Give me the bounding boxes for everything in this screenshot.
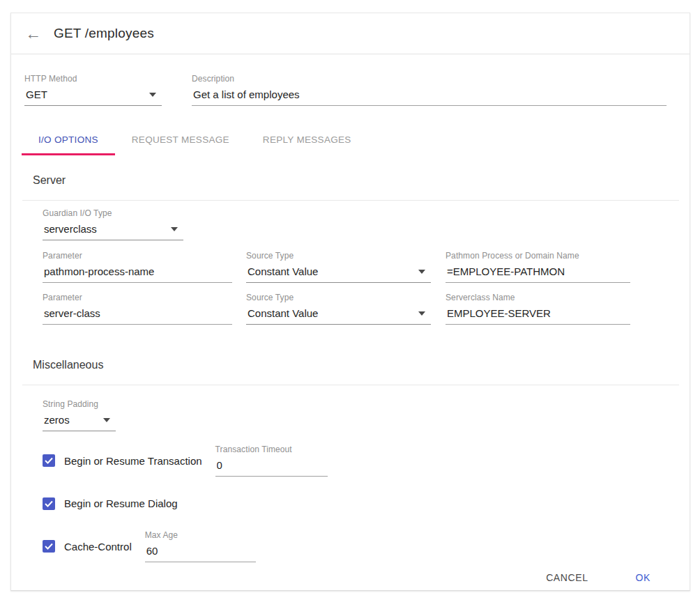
tab-io-options[interactable]: I/O OPTIONS [22,124,115,155]
ok-button[interactable]: OK [625,565,662,590]
source-type-select[interactable]: Source Type Constant Value [246,251,431,283]
serverclass-name-input[interactable] [446,307,630,325]
checkbox-label: Cache-Control [64,541,132,553]
max-age-label: Max Age [145,530,256,540]
dropdown-arrow-icon [418,270,425,274]
checkmark-icon [45,500,53,507]
parameter-field: Parameter [43,251,232,283]
parameter-field: Parameter [43,293,232,325]
endpoint-dialog: ← GET /employees HTTP Method GET Descrip… [10,13,690,591]
transaction-timeout-input[interactable] [215,459,328,477]
dialog-actions: CANCEL OK [11,565,690,602]
guardian-io-type-value: serverclass [44,223,97,235]
checkmark-icon [45,457,53,464]
dropdown-arrow-icon [149,93,156,97]
parameter-label: Parameter [43,293,232,302]
source-type-value: Constant Value [248,307,318,319]
checkbox-row: Begin or Resume Dialog [43,488,658,518]
page-title: GET /employees [54,26,154,41]
description-input[interactable] [192,88,667,106]
serverclass-name-label: Serverclass Name [446,293,630,302]
top-fields-row: HTTP Method GET Description [11,54,690,106]
dropdown-arrow-icon [171,227,178,231]
string-padding-label: String Padding [43,399,116,409]
source-type-label: Source Type [246,293,431,302]
tab-request-message[interactable]: REQUEST MESSAGE [115,124,246,155]
checkbox-cache-control[interactable] [43,540,55,553]
source-type-label: Source Type [246,251,431,261]
string-padding-select[interactable]: String Padding zeros [43,399,116,431]
misc-section-body: String Padding zeros Begin or Resume Tra… [11,399,690,562]
checkmark-icon [45,543,53,550]
string-padding-value: zeros [44,414,70,426]
transaction-timeout-label: Transaction Timeout [215,445,328,454]
max-age-input[interactable] [145,545,256,562]
parameter-row: Parameter Source Type Constant Value Pat… [43,251,658,283]
back-arrow-icon[interactable]: ← [25,26,43,42]
tab-bar: I/O OPTIONS REQUEST MESSAGE REPLY MESSAG… [22,124,690,155]
transaction-timeout-field: Transaction Timeout [215,445,328,477]
checkbox-row: Cache-Control Max Age [43,530,658,562]
checkbox-begin-transaction[interactable] [43,454,55,467]
pathmon-process-input[interactable] [446,265,630,283]
guardian-io-type-select[interactable]: Guardian I/O Type serverclass [43,208,183,240]
tab-reply-messages[interactable]: REPLY MESSAGES [246,124,368,155]
http-method-value: GET [26,88,47,100]
max-age-field: Max Age [145,530,256,562]
pathmon-process-field: Pathmon Process or Domain Name [446,251,630,283]
section-divider [22,385,679,385]
http-method-label: HTTP Method [24,74,162,84]
dropdown-arrow-icon [103,418,110,422]
dropdown-arrow-icon [418,311,425,316]
section-heading-miscellaneous: Miscellaneous [33,359,690,371]
dialog-header: ← GET /employees [11,13,690,54]
guardian-io-type-label: Guardian I/O Type [43,208,183,218]
parameter-input[interactable] [43,307,232,325]
parameter-row: Parameter Source Type Constant Value Ser… [43,293,658,325]
http-method-select[interactable]: HTTP Method GET [24,74,162,106]
section-heading-server: Server [33,174,690,187]
checkbox-label: Begin or Resume Dialog [64,497,178,509]
checkbox-row: Begin or Resume Transaction Transaction … [43,445,658,477]
server-section-body: Guardian I/O Type serverclass Parameter … [11,208,690,325]
description-label: Description [192,74,667,84]
source-type-select[interactable]: Source Type Constant Value [246,293,431,325]
cancel-button[interactable]: CANCEL [535,565,599,590]
description-field: Description [192,74,667,106]
checkbox-begin-dialog[interactable] [43,497,55,510]
parameter-input[interactable] [43,265,232,283]
pathmon-process-label: Pathmon Process or Domain Name [446,251,630,261]
source-type-value: Constant Value [248,265,318,277]
serverclass-name-field: Serverclass Name [446,293,630,325]
parameter-label: Parameter [43,251,232,261]
checkbox-label: Begin or Resume Transaction [64,455,202,467]
section-divider [22,200,679,201]
